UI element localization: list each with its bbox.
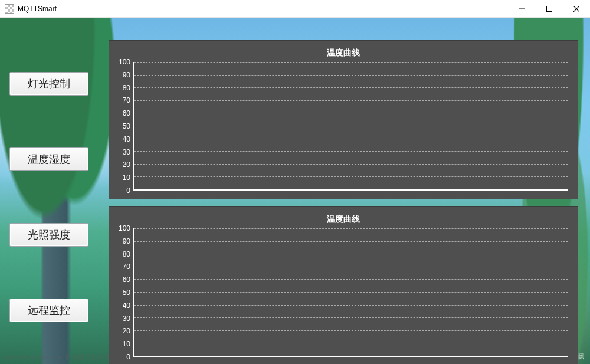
sidebar-button-label: 温度湿度 — [28, 152, 70, 166]
chart-title: 温度曲线 — [116, 45, 571, 62]
maximize-icon — [546, 6, 552, 12]
gridline — [134, 100, 568, 101]
title-bar: MQTTSmart — [0, 0, 590, 18]
minimize-icon — [519, 6, 525, 12]
gridline — [134, 151, 568, 152]
minimize-button[interactable] — [509, 0, 536, 18]
close-icon — [573, 6, 579, 12]
app-icon — [5, 4, 14, 14]
gridline — [134, 75, 568, 76]
sidebar-button-light-intensity[interactable]: 光照强度 — [9, 223, 88, 247]
gridline — [134, 254, 568, 254]
y-tick-label: 30 — [115, 148, 130, 156]
gridline — [134, 139, 568, 139]
x-axis — [133, 356, 568, 357]
y-tick-label: 60 — [115, 276, 130, 284]
gridline — [134, 87, 568, 88]
y-tick-label: 90 — [115, 237, 130, 245]
y-axis — [133, 62, 134, 191]
y-tick-label: 60 — [115, 109, 130, 117]
y-axis — [133, 228, 134, 357]
chart-area: 温度曲线 0102030405060708090100 温度曲线 0102030… — [109, 40, 578, 364]
chart-grid — [134, 228, 568, 356]
y-tick-label: 20 — [115, 160, 130, 169]
gridline — [134, 305, 568, 306]
sidebar-button-label: 灯光控制 — [28, 77, 70, 91]
sidebar-button-temp-humidity[interactable]: 温度湿度 — [9, 147, 88, 171]
gridline — [134, 241, 568, 242]
maximize-button[interactable] — [536, 0, 563, 18]
chart-grid — [134, 62, 568, 189]
gridline — [134, 164, 568, 165]
close-button[interactable] — [563, 0, 590, 18]
gridline — [134, 176, 568, 177]
y-tick-label: 80 — [115, 84, 130, 92]
y-tick-label: 30 — [115, 314, 130, 323]
gridline — [134, 330, 568, 331]
sidebar-button-light-control[interactable]: 灯光控制 — [9, 72, 88, 96]
x-axis — [133, 189, 568, 191]
y-tick-label: 10 — [115, 173, 130, 182]
y-tick-label: 20 — [115, 327, 130, 335]
gridline — [134, 317, 568, 318]
y-tick-label: 100 — [115, 224, 130, 232]
y-tick-label: 90 — [115, 71, 130, 79]
y-tick-label: 0 — [115, 186, 130, 195]
chart-panel-1: 温度曲线 0102030405060708090100 — [109, 206, 578, 364]
chart-plot-1: 0102030405060708090100 — [133, 228, 568, 357]
gridline — [134, 267, 568, 267]
y-tick-label: 70 — [115, 263, 130, 271]
gridline — [134, 292, 568, 293]
window-controls — [509, 0, 590, 18]
gridline — [134, 279, 568, 280]
svg-rect-0 — [547, 6, 552, 12]
client-area: 灯光控制 温度湿度 光照强度 远程监控 温度曲线 010203040506070… — [0, 18, 590, 364]
y-tick-label: 40 — [115, 301, 130, 310]
y-tick-label: 50 — [115, 122, 130, 130]
gridline — [134, 62, 568, 63]
sidebar-button-label: 光照强度 — [28, 228, 70, 242]
sidebar-button-remote-monitor[interactable]: 远程监控 — [9, 299, 88, 322]
sidebar: 灯光控制 温度湿度 光照强度 远程监控 — [9, 72, 88, 322]
y-tick-label: 100 — [115, 58, 130, 66]
y-tick-label: 40 — [115, 135, 130, 143]
y-tick-label: 50 — [115, 288, 130, 297]
gridline — [134, 126, 568, 126]
chart-plot-0: 0102030405060708090100 — [133, 62, 568, 191]
gridline — [134, 113, 568, 113]
y-tick-label: 70 — [115, 96, 130, 104]
y-tick-label: 10 — [115, 340, 130, 348]
y-tick-label: 0 — [115, 353, 130, 361]
sidebar-button-label: 远程监控 — [28, 303, 70, 317]
gridline — [134, 228, 568, 229]
y-tick-label: 80 — [115, 250, 130, 258]
chart-title: 温度曲线 — [116, 212, 571, 228]
window-title: MQTTSmart — [18, 5, 57, 13]
chart-panel-0: 温度曲线 0102030405060708090100 — [109, 40, 578, 199]
gridline — [134, 343, 568, 343]
